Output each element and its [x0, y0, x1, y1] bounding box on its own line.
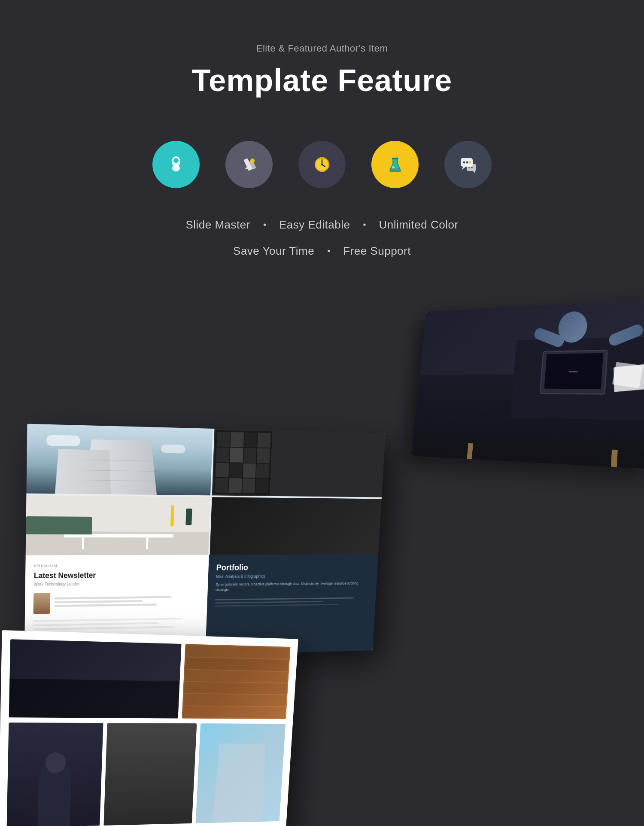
slide-2-img-room: [26, 495, 210, 555]
icons-section: [0, 124, 644, 210]
feature-save-time: Save Your Time: [233, 244, 314, 258]
page-wrapper: Elite & Featured Author's Item Template …: [0, 0, 644, 826]
clock-icon: [298, 141, 346, 188]
header-section: Elite & Featured Author's Item Template …: [0, 0, 644, 124]
svg-rect-12: [319, 157, 325, 159]
feature-free-support: Free Support: [343, 244, 411, 258]
svg-rect-13: [320, 171, 325, 172]
easy-editable-icon: [225, 141, 273, 188]
slide-2-mockup: PREMIUM Latest Newsletter Work Technolog…: [24, 424, 386, 659]
slide-2-avatar: [33, 593, 51, 614]
features-section: Slide Master • Easy Editable • Unlimited…: [0, 210, 644, 283]
features-row-2: Save Your Time • Free Support: [0, 244, 644, 258]
slide-3-mockup: 08 2017: [0, 630, 298, 826]
mockup-section: ▬▬▬: [0, 296, 644, 812]
feature-slide-master: Slide Master: [185, 218, 250, 232]
svg-rect-14: [392, 158, 398, 159]
portfolio-title: Portfolio: [216, 562, 371, 572]
slide-2-person-row: [33, 591, 200, 614]
features-row-1: Slide Master • Easy Editable • Unlimited…: [0, 218, 644, 232]
slide-master-icon: [152, 141, 200, 188]
support-icon: [444, 141, 492, 188]
svg-point-25: [471, 167, 473, 168]
svg-point-6: [250, 158, 255, 163]
svg-rect-1: [172, 165, 180, 171]
dot-3: •: [327, 246, 330, 256]
dot-2: •: [363, 220, 366, 230]
newsletter-sub: Work Technology Leader: [33, 580, 200, 586]
svg-point-24: [468, 167, 470, 168]
feature-easy-editable: Easy Editable: [279, 218, 350, 232]
svg-marker-18: [462, 167, 466, 170]
subtitle: Elite & Featured Author's Item: [0, 43, 644, 54]
svg-point-11: [321, 164, 323, 165]
slide-2-img-dark: [210, 497, 382, 555]
slide-2-img-building: [26, 424, 213, 496]
svg-point-20: [466, 161, 468, 163]
premium-label: PREMIUM: [34, 563, 201, 568]
svg-marker-23: [473, 171, 475, 174]
newsletter-title: Latest Newsletter: [34, 570, 201, 580]
slide-2-person-info: [54, 596, 200, 609]
svg-point-21: [469, 161, 471, 163]
portfolio-subtitle: Main Analysis & Infographics: [216, 573, 370, 579]
slide-1-mockup: ▬▬▬: [411, 299, 644, 469]
color-icon: [371, 141, 419, 188]
dot-1: •: [263, 220, 266, 230]
main-title: Template Feature: [0, 63, 644, 98]
slide-2-img-grid: [212, 429, 386, 497]
svg-point-19: [463, 161, 465, 163]
feature-unlimited-color: Unlimited Color: [379, 218, 458, 232]
portfolio-description: Synergistically restore proactive platfo…: [216, 581, 370, 593]
